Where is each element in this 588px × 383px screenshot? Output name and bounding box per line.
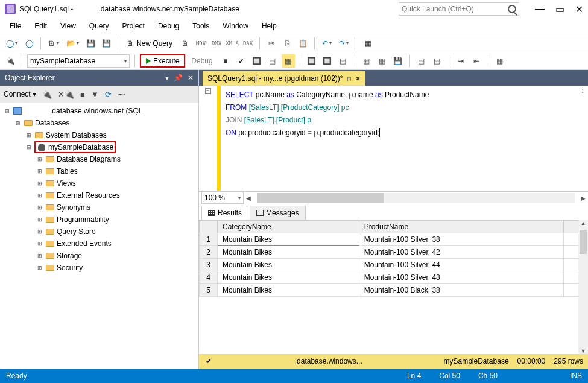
expand-icon[interactable]: ⊞ [36,229,43,235]
quick-launch[interactable] [399,2,519,16]
menu-view[interactable]: View [54,20,82,32]
column-productname[interactable]: ProductName [359,221,563,233]
activity-button[interactable]: ⁓ [118,90,125,99]
nav-back-button[interactable]: ◯▾ [4,37,20,50]
menu-edit[interactable]: Edit [28,20,53,32]
outdent-button[interactable]: ⇤ [470,54,483,68]
filter-button[interactable]: ▼ [91,90,99,99]
menu-tools[interactable]: Tools [186,20,215,32]
refresh-button[interactable]: ⟳ [105,90,112,99]
expand-icon[interactable]: ⊞ [36,156,43,162]
collapse-icon[interactable]: ⊟ [4,108,11,114]
live-stats-button[interactable]: 🔲 [321,54,334,68]
tree-server[interactable]: ⊟ .database.windows.net (SQL [0,105,198,117]
disconnect-button[interactable]: 🔌 [42,90,52,99]
tree-my-database[interactable]: ⊟ mySampleDatabase [0,141,198,153]
stop-button[interactable]: ■ [219,54,232,68]
cell-product[interactable]: Mountain-100 Silver, 44 [359,259,563,271]
expand-icon[interactable]: ⊞ [25,132,33,138]
collapse-icon[interactable]: ⊟ [14,120,22,126]
mdx-button[interactable]: MDX [194,37,207,50]
panel-close-button[interactable]: ✕ [188,74,194,82]
scroll-left-button[interactable]: ◀ [244,195,253,201]
menu-window[interactable]: Window [217,20,254,32]
paste-button[interactable]: 📋 [296,37,309,50]
indent-button[interactable]: ⇥ [454,54,467,68]
table-row[interactable]: 4Mountain BikesMountain-100 Silver, 48 [200,271,588,284]
code-editor[interactable]: − SELECT pc.Name as CategoryName, p.name… [199,86,588,191]
tree-item-synonyms[interactable]: ⊞Synonyms [0,201,198,214]
cell-product[interactable]: Mountain-100 Silver, 42 [359,246,563,259]
open-button[interactable]: 📂▾ [64,37,81,50]
minimize-button[interactable]: — [535,4,545,15]
cell-product[interactable]: Mountain-100 Silver, 38 [359,233,563,246]
disconnect-all-button[interactable]: ✕🔌 [58,90,74,99]
menu-project[interactable]: Project [116,20,151,32]
execute-button[interactable]: Execute [140,54,185,68]
expand-icon[interactable]: ⊞ [36,217,43,223]
comment-button[interactable]: ▤ [415,54,428,68]
menu-file[interactable]: File [4,20,27,32]
results-grid[interactable]: CategoryName ProductName 1Mountain Bikes… [199,220,588,354]
tree-item-extended-events[interactable]: ⊞Extended Events [0,238,198,250]
cell-category[interactable]: Mountain Bikes [218,271,359,284]
cell-category[interactable]: Mountain Bikes [218,233,359,246]
cut-button[interactable]: ✂ [265,37,278,50]
new-item-button[interactable]: 🗎▾ [46,37,62,50]
database-selector[interactable]: mySampleDatabase ▾ [27,54,130,68]
close-tab-button[interactable]: ✕ [355,75,361,83]
debug-button[interactable]: Debug [188,57,216,65]
table-row[interactable]: 5Mountain BikesMountain-100 Black, 38 [200,284,588,297]
results-tab[interactable]: Results [201,206,248,220]
stop-button-explorer[interactable]: ■ [80,90,85,99]
cell-product[interactable]: Mountain-100 Black, 38 [359,284,563,297]
fold-icon[interactable]: − [205,88,211,94]
include-plan-button[interactable]: 🔲 [305,54,318,68]
save-button[interactable]: 💾 [84,37,97,50]
dmx-button[interactable]: DMX [210,37,223,50]
parse-button[interactable]: ✓ [235,54,248,68]
table-row[interactable]: 3Mountain BikesMountain-100 Silver, 44 [200,259,588,271]
panel-dropdown-button[interactable]: ▾ [165,74,169,82]
results-vertical-scrollbar[interactable]: ▲ ▼ [578,220,588,354]
change-connection-button[interactable]: 🔌 [4,54,17,68]
menu-help[interactable]: Help [256,20,283,32]
results-file-button[interactable]: 💾 [391,54,405,68]
nav-forward-button[interactable]: ◯ [22,37,36,50]
tree-databases[interactable]: ⊟ Databases [0,117,198,129]
tree-item-external-resources[interactable]: ⊞External Resources [0,189,198,201]
close-button[interactable]: ✕ [575,4,583,15]
pin-icon[interactable]: ⊓ [347,75,352,82]
cell-category[interactable]: Mountain Bikes [218,259,359,271]
zoom-selector[interactable]: 100 % ▾ [201,192,244,204]
cell-category[interactable]: Mountain Bikes [218,284,359,297]
tree-item-query-store[interactable]: ⊞Query Store [0,226,198,238]
table-row[interactable]: 1Mountain BikesMountain-100 Silver, 38 [200,233,588,246]
redo-button[interactable]: ↷▾ [337,37,351,50]
intellisense-button[interactable]: ▦ [282,54,295,68]
document-tab-active[interactable]: SQLQuery1.sql - my...e (pgoldman (102))*… [203,71,365,86]
copy-button[interactable]: ⎘ [280,37,294,50]
cell-category[interactable]: Mountain Bikes [218,246,359,259]
tree-item-views[interactable]: ⊞Views [0,177,198,189]
results-text-button[interactable]: ▦ [360,54,373,68]
save-all-button[interactable]: 💾 [100,37,113,50]
tree-item-tables[interactable]: ⊞Tables [0,165,198,177]
quick-launch-input[interactable] [402,5,508,13]
uncomment-button[interactable]: ▤ [431,54,444,68]
tree-item-storage[interactable]: ⊞Storage [0,250,198,262]
expand-icon[interactable]: ⊞ [36,265,43,271]
expand-icon[interactable]: ⊞ [36,204,43,210]
tree-item-programmability[interactable]: ⊞Programmability [0,214,198,226]
expand-icon[interactable]: ⊞ [36,192,43,198]
menu-debug[interactable]: Debug [152,20,185,32]
menu-query[interactable]: Query [83,20,115,32]
dax-button[interactable]: DAX [241,37,254,50]
expand-icon[interactable]: ⊞ [36,241,43,247]
results-grid-button[interactable]: ▦ [376,54,389,68]
messages-tab[interactable]: Messages [250,206,306,220]
properties-button[interactable]: ▦ [361,37,375,50]
panel-pin-button[interactable]: 📌 [174,74,183,82]
column-categoryname[interactable]: CategoryName [218,221,359,233]
tree-system-databases[interactable]: ⊞ System Databases [0,129,198,141]
